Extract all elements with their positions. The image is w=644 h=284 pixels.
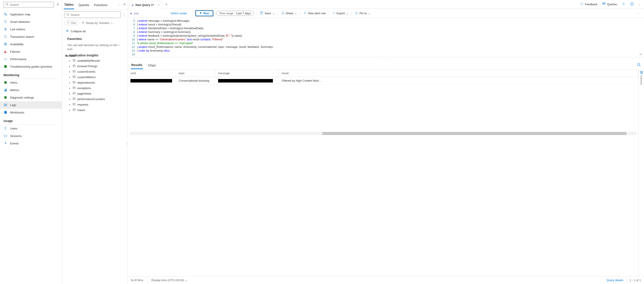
svg-line-11 [6, 59, 6, 60]
more-icon[interactable]: ··· [118, 3, 120, 7]
new-alert-label: New alert rule [308, 12, 326, 15]
svg-rect-13 [4, 81, 6, 84]
scope-chip[interactable]: ◈ pva [130, 12, 138, 15]
select-scope-link[interactable]: Select scope [171, 12, 187, 15]
tree-item-pageViews[interactable]: ▸pageViews [62, 91, 128, 96]
tree-item-label: availabilityResults [78, 59, 100, 62]
cell-result: Filtered by High Content Mod… [279, 77, 638, 84]
close-tab-icon[interactable]: × [158, 3, 160, 7]
columns-layout-icon[interactable] [630, 2, 634, 6]
collapse-sidebar-icon[interactable] [56, 3, 59, 7]
tree-item-browserTimings[interactable]: ▸browserTimings [62, 63, 128, 69]
col-topic[interactable]: topic [176, 70, 216, 77]
svg-rect-8 [4, 52, 5, 53]
tree-item-customEvents[interactable]: ▸customEvents [62, 69, 128, 74]
kql-editor[interactable]: 567891011121314 | extend message = tostr… [128, 18, 644, 57]
results-grid[interactable]: onId topic message result Conversational… [128, 70, 638, 276]
sidebar-item-diagnostic-settings[interactable]: Diagnostic settings [0, 94, 62, 101]
feedback-button[interactable]: Feedback [580, 2, 597, 6]
svg-point-5 [4, 35, 6, 38]
sidebar-item-events[interactable]: Events [0, 140, 62, 147]
chevron-down-icon[interactable]: ⌄ [638, 3, 641, 6]
tree-item-availabilityResults[interactable]: ▸availabilityResults [62, 58, 128, 63]
sidebar-item-users[interactable]: Users [0, 125, 62, 132]
tab-queries[interactable]: Queries [78, 1, 90, 9]
settings-icon[interactable] [622, 2, 625, 6]
sidebar-item-transaction-search[interactable]: Transaction search [0, 33, 62, 40]
share-button[interactable]: Share ⌄ [281, 12, 297, 15]
results-search-icon[interactable] [637, 63, 641, 67]
collapse-mid-icon[interactable] [123, 3, 126, 7]
tree-root-application-insights[interactable]: ◢ Application Insights [62, 53, 128, 58]
sidebar-item-performance[interactable]: Performance [0, 55, 62, 63]
favorites-help: You can add favorites by clicking on the… [62, 42, 128, 54]
sidebar-item-troubleshooting-guides-preview-[interactable]: Troubleshooting guides (preview) [0, 63, 62, 70]
col-conversation-id[interactable]: onId [128, 70, 176, 77]
filter-button[interactable]: Filter [64, 21, 79, 25]
nav-section-usage: Usage [0, 116, 62, 123]
editor-code[interactable]: | extend message = tostring(cd.Message)|… [137, 18, 644, 57]
svg-rect-19 [4, 111, 6, 114]
export-button[interactable]: Export ⌄ [332, 12, 348, 15]
collapse-all-icon [66, 29, 69, 33]
sidebar-item-failures[interactable]: Failures [0, 48, 62, 55]
results-tab[interactable]: Results [131, 61, 143, 69]
col-message[interactable]: message [216, 70, 279, 77]
sidebar-search-input[interactable] [8, 3, 52, 6]
tab-functions[interactable]: Functions [94, 1, 108, 9]
tables-more-icon[interactable]: ⋮ [122, 13, 126, 17]
sidebar-item-availability[interactable]: Availability [0, 40, 62, 48]
save-button[interactable]: Save ⌄ [260, 12, 275, 15]
display-time-button[interactable]: Display time (UTC+00:00) ⌄ [151, 278, 188, 282]
pin-button[interactable]: Pin to ⌄ [355, 12, 370, 15]
new-alert-button[interactable]: New alert rule [303, 12, 326, 15]
sidebar-item-alerts[interactable]: Alerts [0, 79, 62, 86]
time-range-button[interactable]: Time range : Last 7 days [216, 11, 254, 16]
svg-rect-21 [4, 135, 7, 137]
toolbar-more-icon[interactable]: ··· [637, 12, 642, 15]
tab-tables[interactable]: Tables [64, 0, 74, 9]
tree-item-dependencies[interactable]: ▸dependencies [62, 80, 128, 85]
sidebar-item-live-metrics[interactable]: Live metrics [0, 26, 62, 33]
sidebar-item-smart-detection[interactable]: Smart detection [0, 18, 62, 26]
chart-tab[interactable]: Chart [148, 62, 156, 69]
sidebar-item-metrics[interactable]: Metrics [0, 86, 62, 94]
table-row[interactable]: Conversational boosting Filtered by High… [128, 77, 638, 85]
run-button[interactable]: Run [196, 11, 213, 16]
chevron-down-icon: ⌄ [111, 21, 113, 25]
columns-panel-button[interactable]: Columns [638, 70, 644, 276]
sidebar-item-logs[interactable]: Logs [0, 101, 62, 109]
caret-right-icon: ▸ [68, 103, 71, 106]
svg-line-63 [640, 65, 640, 66]
editor-collapse-icon[interactable]: ︽ [640, 52, 642, 56]
queries-button[interactable]: Queries [602, 2, 617, 6]
sidebar-item-label: Performance [10, 58, 26, 61]
tree-item-requests[interactable]: ▸requests [62, 102, 128, 107]
groupby-button[interactable]: Group by: Solution ⌄ [82, 21, 113, 25]
caret-right-icon: ▸ [68, 109, 71, 111]
tables-search-input[interactable] [69, 13, 119, 17]
new-tab-button[interactable]: + [162, 3, 170, 6]
heart-icon [580, 2, 584, 6]
collapse-all-button[interactable]: Collapse all [62, 27, 128, 36]
query-tab[interactable]: ◈ New Query 1* × [129, 1, 162, 9]
query-details-link[interactable]: Query details [606, 278, 624, 282]
sidebar-item-sessions[interactable]: Sessions [0, 132, 62, 140]
tree-item-performanceCounters[interactable]: ▸performanceCounters [62, 96, 128, 102]
resize-handle[interactable]: · · · [128, 57, 644, 61]
col-result[interactable]: result [279, 70, 638, 77]
sidebar-search[interactable] [4, 2, 54, 8]
queries-icon [602, 2, 606, 6]
table-icon [72, 92, 76, 96]
table-icon [72, 64, 76, 68]
caret-right-icon: ▸ [68, 60, 71, 62]
tree-item-customMetrics[interactable]: ▸customMetrics [62, 74, 128, 80]
sidebar-item-workbooks[interactable]: Workbooks [0, 109, 62, 116]
chevron-down-icon: ⌄ [272, 12, 275, 15]
workbook-icon [4, 110, 8, 114]
sidebar-item-application-map[interactable]: Application map [0, 11, 62, 18]
horizontal-scrollbar[interactable] [130, 132, 636, 135]
tables-search[interactable] [64, 12, 121, 18]
tree-item-exceptions[interactable]: ▸exceptions [62, 85, 128, 91]
tree-item-traces[interactable]: ▸traces [62, 107, 128, 113]
